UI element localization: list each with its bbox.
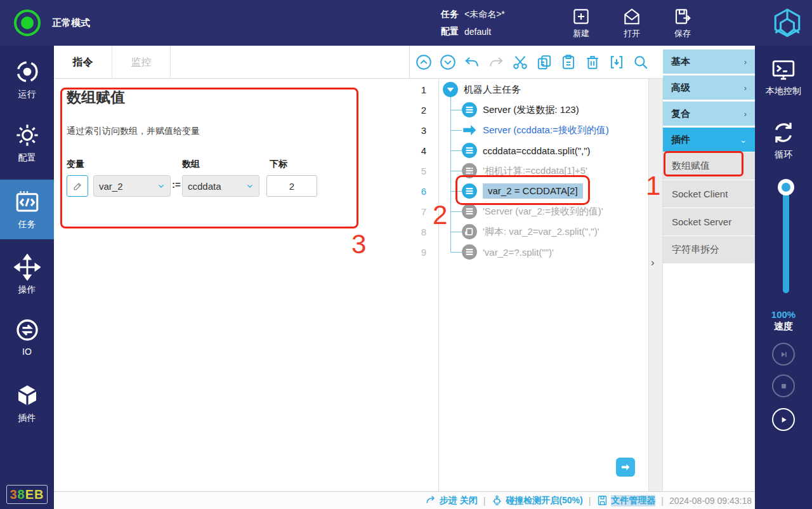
tree-row-label: '脚本: var_2=var_2.split(",")': [483, 221, 599, 242]
panel-collapse-strip: ›: [648, 79, 663, 491]
category-composite[interactable]: 复合 ›: [663, 102, 755, 126]
tree-row-label: Server (ccddata:=接收到的值): [483, 120, 609, 140]
command-item-socket-client[interactable]: Socket Client: [663, 180, 755, 208]
tree-row-label: Server (发送数据: 123): [483, 100, 579, 120]
separator: |: [661, 496, 664, 506]
loop-mode-button[interactable]: 循环: [755, 119, 812, 161]
stop-button[interactable]: [772, 374, 795, 397]
sidebar-item-label: 配置: [18, 152, 36, 164]
step-forward-button[interactable]: [772, 343, 795, 366]
cut-button[interactable]: [512, 54, 528, 70]
tree-row-main-task[interactable]: 1 机器人主任务: [409, 79, 648, 100]
play-button[interactable]: [772, 408, 795, 431]
speed-label: 速度: [755, 321, 812, 333]
tree-stub: [450, 232, 462, 232]
category-plugin[interactable]: 插件 ⌄: [663, 128, 755, 152]
new-task-button[interactable]: 新建: [562, 3, 600, 43]
category-basic[interactable]: 基本 ›: [663, 50, 755, 74]
edit-variable-button[interactable]: [67, 175, 88, 197]
tab-monitor[interactable]: 监控: [112, 46, 171, 79]
play-icon: [778, 414, 789, 425]
robot-status-indicator: [14, 10, 41, 36]
sidebar-item-task[interactable]: 任务: [0, 180, 54, 239]
speed-slider-knob[interactable]: [778, 179, 794, 195]
category-label: 基本: [671, 56, 690, 68]
mode-label: 正常模式: [52, 0, 90, 46]
redo-button[interactable]: [488, 54, 504, 70]
open-task-button[interactable]: 打开: [613, 3, 651, 43]
io-arrows-icon: [15, 317, 40, 343]
tree-row-array-assign-selected[interactable]: 6 var_2 = CCDDATA[2]: [409, 181, 648, 201]
collision-detection-toggle[interactable]: 碰撞检测开启(50%): [491, 494, 582, 506]
insert-button[interactable]: [608, 54, 625, 70]
local-control-button[interactable]: 本地控制: [755, 57, 812, 97]
save-task-button[interactable]: 保存: [664, 3, 702, 43]
array-select[interactable]: ccddata: [182, 175, 259, 197]
sidebar-item-label: 操作: [18, 284, 36, 296]
command-node-icon: [461, 183, 478, 199]
tree-row-server-receive[interactable]: 3 Server (ccddata:=接收到的值): [409, 120, 648, 140]
diagnostic-code-badge: 38EB: [6, 485, 48, 504]
chevron-down-icon: ⌄: [740, 135, 747, 145]
copy-button[interactable]: [536, 54, 553, 70]
tree-row-camera-calc-disabled[interactable]: 5 '相机计算:=ccddata[1]+5': [409, 161, 648, 181]
new-task-label: 新建: [573, 28, 589, 39]
badge-char: E: [25, 487, 34, 502]
sidebar-item-plugin[interactable]: 插件: [0, 376, 54, 430]
variable-label: 变量: [67, 159, 84, 170]
collapse-node-icon[interactable]: [442, 81, 459, 98]
tree-row-var2-comment[interactable]: 9 'var_2=?.split("")': [409, 242, 648, 262]
task-name: <未命名>*: [464, 9, 505, 20]
next-step-button[interactable]: [616, 458, 635, 477]
arrow-right-icon: [620, 461, 631, 473]
tree-stub: [450, 171, 462, 171]
speed-slider-track[interactable]: [783, 187, 789, 293]
index-input[interactable]: [266, 175, 317, 197]
undo-button[interactable]: [464, 54, 480, 70]
tree-row-server-send[interactable]: 2 Server (发送数据: 123): [409, 100, 648, 120]
command-item-socket-server[interactable]: Socket Server: [663, 208, 755, 235]
category-advanced[interactable]: 高级 ›: [663, 76, 755, 100]
tree-row-label: '相机计算:=ccddata[1]+5': [483, 161, 587, 181]
file-manager-button[interactable]: 文件管理器: [596, 494, 655, 506]
chevron-right-icon: ›: [744, 83, 747, 93]
tree-row-script-comment[interactable]: 8 '脚本: var_2=var_2.split(",")': [409, 221, 648, 242]
command-item-array-assign[interactable]: 数组赋值: [663, 152, 755, 180]
file-manager-label: 文件管理器: [611, 495, 655, 506]
stop-icon: [779, 381, 789, 391]
step-mode-toggle[interactable]: 步进 关闭: [425, 494, 478, 506]
search-button[interactable]: [632, 54, 649, 70]
chevron-right-icon: ›: [744, 109, 747, 119]
command-item-string-split[interactable]: 字符串拆分: [663, 236, 755, 263]
line-number: 4: [409, 145, 438, 156]
badge-char: 8: [18, 487, 25, 502]
sidebar-item-label: 插件: [18, 413, 36, 424]
sidebar-item-label: 运行: [18, 89, 36, 100]
variable-select[interactable]: var_2: [93, 175, 171, 197]
tree-stub: [450, 150, 462, 151]
sidebar-item-io[interactable]: IO: [0, 311, 54, 363]
delete-button[interactable]: [584, 54, 601, 70]
expand-panel-chevron[interactable]: ›: [651, 256, 655, 269]
line-number: 5: [409, 166, 438, 176]
tree-row-label: 'Server (var_2:=接收到的值)': [483, 201, 603, 221]
sidebar-item-run[interactable]: 运行: [0, 52, 54, 107]
disabled-command-node-icon: [461, 162, 478, 179]
tree-row-server-comment[interactable]: 7 'Server (var_2:=接收到的值)': [409, 201, 648, 221]
tree-row-label: 'var_2=?.split("")': [483, 242, 554, 262]
tab-instruction[interactable]: 指令: [54, 46, 112, 79]
code-window-icon: [14, 188, 41, 215]
tree-row-label: 机器人主任务: [464, 79, 521, 100]
paste-button[interactable]: [560, 54, 577, 70]
tree-row-label-selected: var_2 = CCDDATA[2]: [483, 181, 583, 201]
status-green-dot: [21, 17, 34, 29]
sidebar-item-operate[interactable]: 操作: [0, 248, 54, 302]
collapse-all-button[interactable]: [416, 54, 432, 70]
sidebar-item-config[interactable]: 配置: [0, 116, 54, 170]
tree-row-split[interactable]: 4 ccddata=ccddata.split(","): [409, 140, 648, 161]
program-tree: 1 机器人主任务 2 Server (发送数据: 123) 3 Server (…: [409, 79, 648, 491]
line-number: 6: [409, 186, 438, 197]
chevron-right-icon: ›: [744, 57, 747, 67]
config-label: 配置: [441, 26, 459, 37]
expand-all-button[interactable]: [440, 54, 456, 70]
